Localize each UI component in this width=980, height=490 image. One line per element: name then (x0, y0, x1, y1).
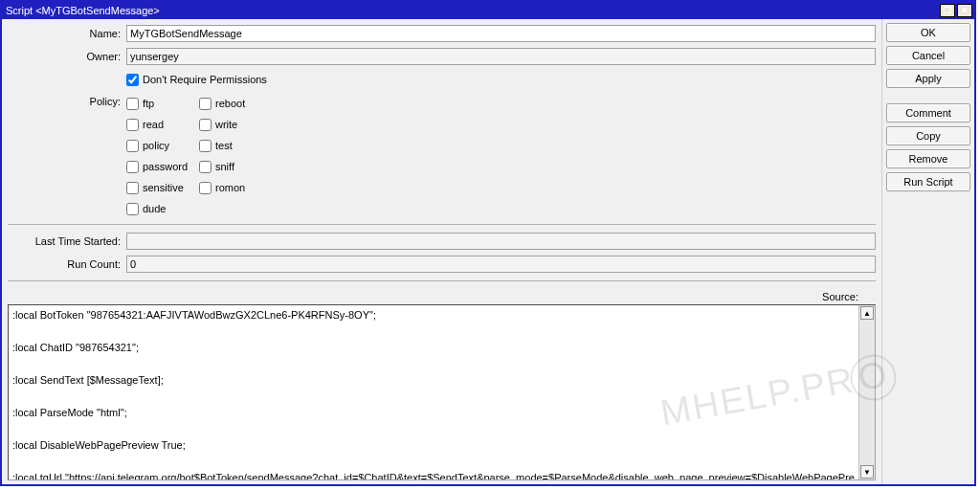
comment-button[interactable]: Comment (886, 103, 970, 122)
owner-label: Owner: (8, 51, 122, 62)
policy-write[interactable]: write (199, 115, 268, 134)
source-area: Source: :local BotToken "987654321:AAFJI… (8, 291, 876, 480)
ok-button[interactable]: OK (886, 23, 970, 42)
maximize-button[interactable]: ❐ (940, 4, 955, 17)
name-label: Name: (8, 28, 122, 39)
run-count-label: Run Count: (8, 258, 122, 270)
policy-label: Policy: (8, 92, 122, 107)
policy-block: Policy: ftp reboot read write policy tes… (8, 92, 876, 218)
dont-require-label: Don't Require Permissions (143, 74, 267, 85)
policy-sniff[interactable]: sniff (199, 157, 268, 176)
separator-2 (8, 280, 876, 281)
source-editor[interactable]: :local BotToken "987654321:AAFJIVTAWodBw… (9, 305, 858, 479)
policy-romon[interactable]: romon (199, 178, 268, 197)
window-title: Script <MyTGBotSendMessage> (6, 5, 160, 16)
policy-ftp[interactable]: ftp (126, 94, 195, 113)
source-label: Source: (8, 291, 876, 304)
remove-button[interactable]: Remove (886, 149, 970, 168)
dont-require-checkbox[interactable] (126, 74, 139, 86)
policy-test[interactable]: test (199, 136, 268, 155)
policy-policy[interactable]: policy (126, 136, 195, 155)
close-button[interactable]: ✕ (957, 4, 972, 17)
policy-password[interactable]: password (126, 157, 195, 176)
last-time-input (126, 233, 876, 250)
cancel-button[interactable]: Cancel (886, 46, 970, 65)
policy-reboot[interactable]: reboot (199, 94, 268, 113)
separator (8, 224, 876, 225)
policy-read[interactable]: read (126, 115, 195, 134)
copy-button[interactable]: Copy (886, 126, 970, 145)
last-time-label: Last Time Started: (8, 235, 122, 247)
policy-sensitive[interactable]: sensitive (126, 178, 195, 197)
scroll-up-icon[interactable]: ▲ (860, 306, 874, 320)
titlebar: Script <MyTGBotSendMessage> ❐ ✕ (2, 2, 974, 19)
script-window: Script <MyTGBotSendMessage> ❐ ✕ Name: Ow… (0, 0, 976, 486)
policy-grid: ftp reboot read write policy test passwo… (126, 92, 268, 218)
scrollbar[interactable]: ▲ ▼ (858, 305, 875, 479)
policy-dude[interactable]: dude (126, 199, 195, 218)
apply-button[interactable]: Apply (886, 69, 970, 88)
system-buttons: ❐ ✕ (938, 4, 972, 17)
client-area: Name: Owner: Don't Require Permissions P… (2, 19, 974, 484)
button-panel: OK Cancel Apply Comment Copy Remove Run … (881, 19, 974, 484)
name-input[interactable] (126, 25, 876, 42)
run-script-button[interactable]: Run Script (886, 172, 970, 191)
source-box: :local BotToken "987654321:AAFJIVTAWodBw… (8, 304, 876, 480)
owner-input (126, 48, 876, 65)
dont-require-permissions[interactable]: Don't Require Permissions (126, 69, 267, 90)
scroll-down-icon[interactable]: ▼ (860, 465, 874, 479)
form-panel: Name: Owner: Don't Require Permissions P… (2, 19, 881, 484)
run-count-input (126, 256, 876, 273)
